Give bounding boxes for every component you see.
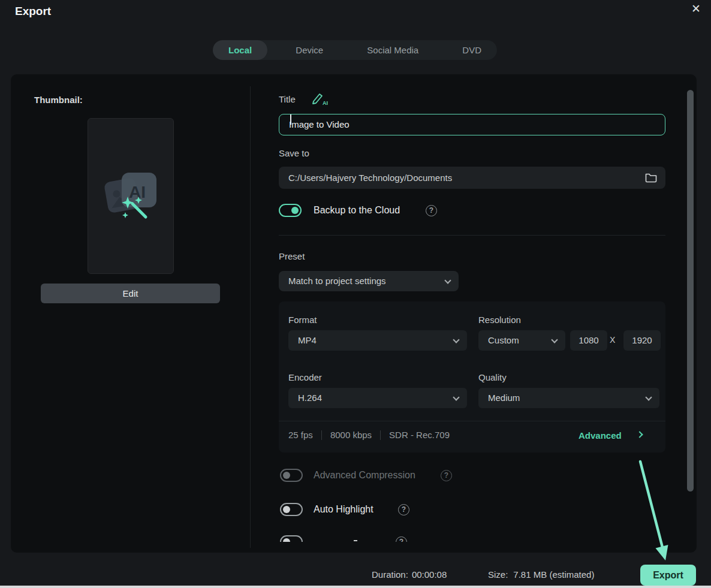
size-label: Size: (488, 569, 508, 580)
resolution-x-label: X (610, 335, 615, 345)
thumbnail-label: Thumbnail: (34, 95, 83, 105)
info-divider (380, 430, 381, 440)
help-icon[interactable] (398, 504, 409, 515)
duration-label: Duration: (372, 569, 408, 580)
advanced-compression-toggle[interactable] (280, 469, 303, 482)
quality-label: Quality (478, 372, 507, 382)
svg-text:AI: AI (323, 100, 328, 106)
resolution-value: Custom (488, 330, 519, 351)
size-text: Size:7.81 MB (estimated) (488, 569, 594, 580)
edit-button[interactable]: Edit (41, 284, 220, 303)
preset-dropdown[interactable]: Match to project settings (279, 271, 459, 291)
thumbnail-preview[interactable]: AI (88, 118, 174, 274)
toggle-knob (283, 472, 290, 479)
save-to-label: Save to (279, 148, 309, 158)
chevron-down-icon (645, 394, 652, 400)
preset-label: Preset (279, 251, 305, 261)
format-dropdown[interactable]: MP4 (288, 330, 467, 351)
title-label: Title (279, 94, 296, 104)
help-icon[interactable] (426, 205, 437, 216)
duration-value: 00:00:08 (412, 569, 447, 580)
title-value: Image to Video (289, 114, 350, 134)
resolution-label: Resolution (478, 315, 521, 325)
settings-panel: Format Resolution MP4 Custom 1080 X 1920… (279, 301, 665, 453)
chevron-down-icon (444, 277, 451, 284)
tab-dvd[interactable]: DVD (447, 40, 497, 60)
ai-image-icon: AI (101, 167, 161, 227)
auto-highlight-toggle[interactable] (280, 503, 303, 516)
colorspace-value: SDR - Rec.709 (389, 430, 450, 440)
bitrate-value: 8000 kbps (330, 430, 372, 440)
chevron-down-icon (453, 394, 459, 400)
chevron-right-icon[interactable] (636, 431, 643, 438)
settings-divider (279, 421, 665, 421)
section-divider (279, 235, 665, 236)
encoder-dropdown[interactable]: H.264 (288, 388, 467, 408)
auto-highlight-label: Auto Highlight (314, 504, 373, 515)
chevron-down-icon (551, 336, 558, 343)
save-path-field[interactable]: C:/Users/Hajvery Technology/Documents (279, 167, 665, 189)
toggle-knob (283, 538, 290, 542)
quality-value: Medium (488, 388, 520, 408)
encoder-value: H.264 (298, 388, 322, 408)
info-divider (321, 430, 322, 440)
panel-divider (250, 86, 251, 548)
tab-device[interactable]: Device (280, 40, 339, 60)
size-value: 7.81 MB (estimated) (513, 569, 594, 580)
resolution-dropdown[interactable]: Custom (478, 330, 565, 351)
export-card: Thumbnail: AI Edit Title AI Image to Vid… (11, 74, 697, 553)
dialog-title: Export (15, 5, 51, 18)
partial-label (354, 540, 357, 541)
text-caret (290, 114, 291, 125)
scrollbar[interactable] (687, 90, 694, 491)
tab-local[interactable]: Local (213, 40, 267, 60)
advanced-compression-label: Advanced Compression (314, 470, 415, 481)
help-icon[interactable] (441, 470, 452, 481)
window-bottom-edge (0, 586, 711, 588)
title-input[interactable]: Image to Video (279, 114, 665, 135)
close-icon[interactable]: ✕ (688, 1, 704, 17)
format-value: MP4 (298, 330, 317, 351)
save-path-value: C:/Users/Hajvery Technology/Documents (288, 167, 452, 189)
partial-toggle[interactable] (280, 535, 303, 542)
advanced-link[interactable]: Advanced (579, 430, 622, 441)
quality-dropdown[interactable]: Medium (478, 388, 659, 408)
toggle-knob (291, 207, 299, 214)
folder-icon[interactable] (645, 172, 657, 183)
fps-value: 25 fps (288, 430, 313, 440)
export-button[interactable]: Export (640, 565, 696, 586)
backup-label: Backup to the Cloud (314, 205, 400, 216)
format-label: Format (288, 315, 317, 325)
preset-value: Match to project settings (288, 271, 386, 291)
clipped-toggle-row (279, 535, 665, 542)
chevron-down-icon (453, 336, 459, 343)
partial-help-icon (396, 536, 407, 542)
duration-text: Duration:00:00:08 (372, 569, 447, 580)
encoder-label: Encoder (288, 372, 322, 382)
ai-edit-icon[interactable]: AI (311, 92, 329, 106)
backup-toggle[interactable] (279, 204, 302, 217)
stream-info: 25 fps 8000 kbps SDR - Rec.709 (288, 430, 450, 440)
tab-social-media[interactable]: Social Media (351, 40, 434, 60)
resolution-height-field[interactable]: 1920 (623, 330, 661, 351)
resolution-width-field[interactable]: 1080 (570, 330, 607, 351)
tab-bar: Local Device Social Media DVD (213, 40, 497, 60)
toggle-knob (283, 506, 290, 513)
svg-text:AI: AI (129, 183, 146, 201)
